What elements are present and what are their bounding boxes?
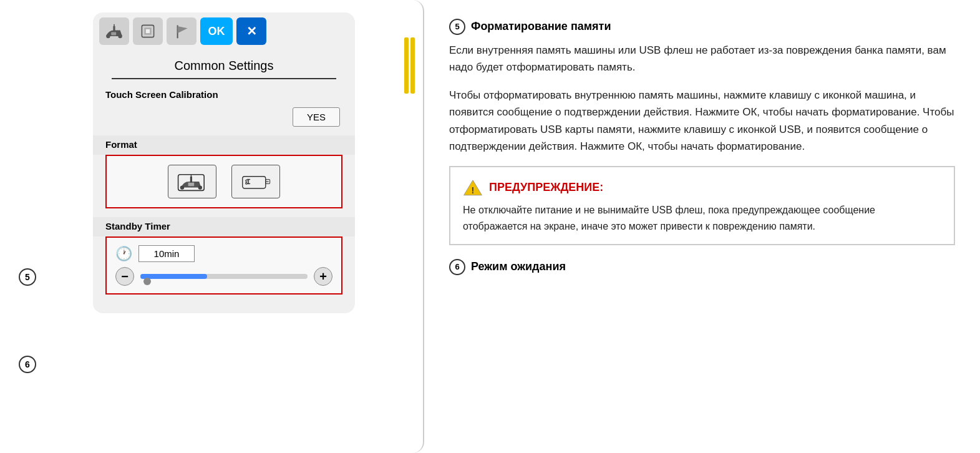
svg-text:!: ! [472,185,475,195]
settings-box: OK ✕ Common Settings Touch Screen Calibr… [93,12,355,313]
svg-rect-10 [188,183,195,187]
standby-timer-label: Standby Timer [93,221,355,235]
close-button[interactable]: ✕ [236,17,266,45]
ok-button[interactable]: OK [200,17,233,45]
svg-point-1 [106,34,110,38]
left-panel: OK ✕ Common Settings Touch Screen Calibr… [0,0,424,453]
format-usb-button[interactable] [231,165,280,198]
svg-rect-3 [113,26,115,31]
warning-box: ! ПРЕДУПРЕЖДЕНИЕ: Не отключайте питание … [449,166,955,245]
svg-rect-18 [248,179,249,184]
svg-point-11 [180,185,184,189]
settings-tab[interactable] [133,17,163,45]
sewing-machine-tab[interactable] [99,17,129,45]
format-machine-button[interactable] [168,165,216,198]
standby-box: 🕐 − + [105,236,342,295]
section6-circle: 6 [449,259,465,275]
yes-area: YES [93,104,355,135]
yes-button[interactable]: YES [293,107,340,127]
section5-badge: 5 [19,268,36,286]
standby-section: 🕐 − + [93,236,355,301]
flag-tab[interactable] [167,17,196,45]
settings-title: Common Settings [112,50,336,79]
svg-point-2 [118,34,122,38]
yellow-bar-1 [404,37,409,94]
clock-icon: 🕐 [115,246,132,262]
warning-header: ! ПРЕДУПРЕЖДЕНИЕ: [463,177,941,197]
section6-heading: 6 Режим ожидания [449,258,955,276]
increase-timer-button[interactable]: + [314,267,332,286]
timer-slider-track[interactable] [140,274,308,279]
touch-screen-label: Touch Screen Calibration [93,89,355,104]
standby-controls: − + [115,267,332,286]
section5-text1: Если внутренняя память машины или USB фл… [449,42,955,76]
section5-heading: 5 Форматирование памяти [449,17,955,36]
svg-rect-13 [190,177,192,183]
format-section [93,155,355,217]
timer-value[interactable] [138,245,195,262]
yellow-bar-2 [410,37,415,94]
right-panel: 5 Форматирование памяти Если внутренняя … [424,0,980,453]
toolbar: OK ✕ [93,12,355,50]
standby-top: 🕐 [115,245,332,262]
section5-circle: 5 [449,19,465,35]
warning-triangle-icon: ! [463,177,483,197]
format-box [105,155,342,208]
svg-rect-0 [111,32,116,36]
decrease-timer-button[interactable]: − [115,267,134,286]
svg-point-12 [198,185,202,189]
warning-text: Не отключайте питание и не вынимайте USB… [463,202,941,234]
format-label: Format [93,139,355,153]
section6-badge: 6 [19,356,36,373]
svg-rect-7 [146,29,150,33]
timer-slider-thumb [143,278,151,285]
timer-slider-fill [140,274,207,279]
section5-text2: Чтобы отформатировать внутреннюю память … [449,87,955,155]
